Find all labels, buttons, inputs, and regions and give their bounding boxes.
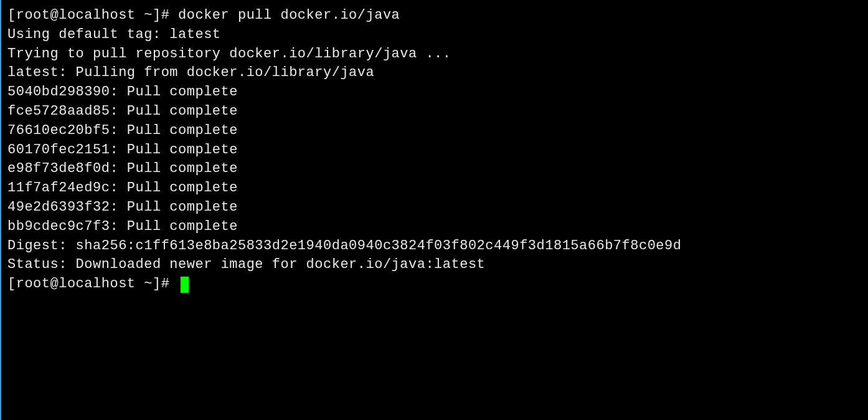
terminal-line: 11f7af24ed9c: Pull complete xyxy=(7,179,862,198)
terminal-cursor xyxy=(181,277,189,293)
terminal-line: [root@localhost ~]# docker pull docker.i… xyxy=(7,6,862,26)
terminal-line: e98f73de8f0d: Pull complete xyxy=(7,160,862,179)
terminal-line: 5040bd298390: Pull complete xyxy=(7,83,862,102)
terminal-line: bb9cdec9c7f3: Pull complete xyxy=(7,217,862,237)
terminal-line: Trying to pull repository docker.io/libr… xyxy=(7,45,862,64)
terminal-line: fce5728aad85: Pull complete xyxy=(7,102,862,122)
terminal-line: Status: Downloaded newer image for docke… xyxy=(7,255,862,275)
terminal-window[interactable]: [root@localhost ~]# docker pull docker.i… xyxy=(7,6,862,294)
terminal-prompt-line[interactable]: [root@localhost ~]# xyxy=(7,275,862,294)
terminal-line: 49e2d6393f32: Pull complete xyxy=(7,198,862,217)
terminal-line: Using default tag: latest xyxy=(7,26,862,45)
terminal-prompt: [root@localhost ~]# xyxy=(7,275,178,294)
terminal-line: 76610ec20bf5: Pull complete xyxy=(7,122,862,141)
terminal-line: 60170fec2151: Pull complete xyxy=(7,141,862,160)
terminal-line: latest: Pulling from docker.io/library/j… xyxy=(7,64,862,83)
terminal-line: Digest: sha256:c1ff613e8ba25833d2e1940da… xyxy=(7,237,862,256)
